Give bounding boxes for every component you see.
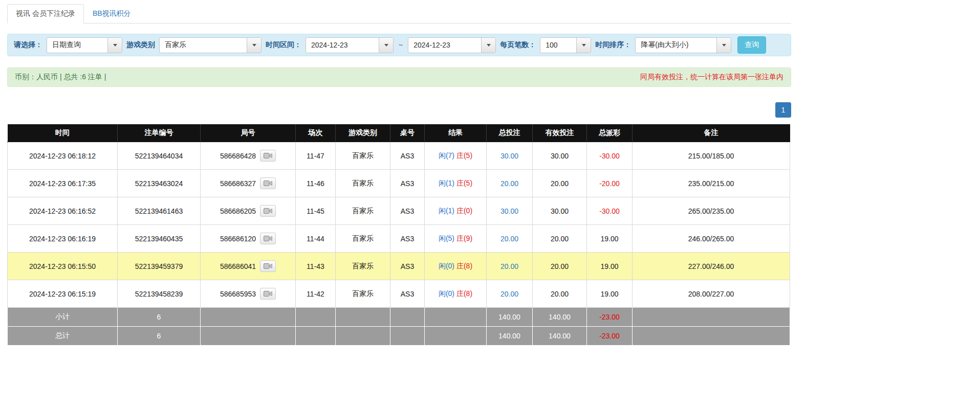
summary-cell: [633, 327, 790, 346]
round-video-button[interactable]: [260, 150, 276, 162]
page-size-value: 100: [540, 38, 576, 53]
result-banker: 庄(5): [456, 151, 472, 160]
subtotal-row: 小计6140.00140.00-23.00: [8, 308, 790, 327]
cell-time: 2024-12-23 06:18:12: [8, 142, 118, 170]
cell-remark: 265.00/235.00: [633, 197, 790, 225]
summary-cell: [201, 308, 296, 327]
chevron-down-icon[interactable]: [481, 38, 495, 53]
cell-valid-bet: 20.00: [533, 170, 587, 197]
summary-cell: 6: [118, 308, 201, 327]
cell-table-no: AS3: [390, 197, 425, 225]
round-video-button[interactable]: [260, 260, 276, 272]
cell-total-bet: 20.00: [487, 280, 533, 308]
round-id: 586686041: [220, 262, 256, 270]
cell-table-no: AS3: [390, 280, 425, 308]
table-row: 2024-12-23 06:16:52522139461463586686205…: [8, 197, 790, 225]
video-icon: [264, 235, 272, 242]
cell-bet-id: 522139463024: [118, 170, 201, 197]
chevron-down-icon[interactable]: [716, 38, 731, 53]
date-range-separator: ~: [398, 41, 404, 49]
cell-payout: -20.00: [587, 170, 633, 197]
total-bet-link[interactable]: 20.00: [500, 290, 518, 298]
round-video-button[interactable]: [260, 205, 276, 217]
round-video-button[interactable]: [260, 233, 276, 244]
summary-cell: [390, 308, 425, 327]
video-icon: [264, 152, 272, 159]
total-bet-link[interactable]: 30.00: [500, 152, 518, 160]
payout-value: -30.00: [599, 207, 620, 215]
cell-remark: 215.00/185.00: [633, 142, 790, 170]
valid-bet-notice: 同局有效投注，统一计算在该局第一张注单内: [640, 73, 783, 82]
payout-value: 19.00: [600, 235, 618, 243]
total-bet-link[interactable]: 20.00: [500, 262, 518, 270]
cell-remark: 246.00/265.00: [633, 225, 790, 253]
table-row: 2024-12-23 06:16:19522139460435586686120…: [8, 225, 790, 253]
query-type-select[interactable]: 日期查询: [47, 37, 122, 53]
summary-cell: -23.00: [587, 327, 633, 346]
cell-payout: -30.00: [587, 142, 633, 170]
game-type-select[interactable]: 百家乐: [159, 37, 262, 53]
summary-cell: 140.00: [533, 327, 587, 346]
date-from-select[interactable]: 2024-12-23: [306, 37, 394, 53]
page-1-button[interactable]: 1: [775, 102, 791, 118]
page-size-select[interactable]: 100: [540, 37, 591, 53]
cell-session: 11-44: [296, 225, 336, 253]
cell-game-type: 百家乐: [336, 280, 390, 308]
cell-table-no: AS3: [390, 225, 425, 253]
cell-game-type: 百家乐: [336, 225, 390, 253]
total-bet-link[interactable]: 30.00: [500, 207, 518, 215]
cell-total-bet: 30.00: [487, 197, 533, 225]
date-range-label: 时间区间：: [266, 40, 301, 50]
cell-remark: 235.00/215.00: [633, 170, 790, 197]
summary-cell: [633, 308, 790, 327]
cell-time: 2024-12-23 06:17:35: [8, 170, 118, 197]
cell-session: 11-46: [296, 170, 336, 197]
cell-bet-id: 522139460435: [118, 225, 201, 253]
caret-icon: [722, 44, 726, 47]
cell-result: 闲(0) 庄(8): [425, 253, 487, 280]
summary-label: 小计: [8, 308, 118, 327]
video-icon: [264, 263, 272, 269]
summary-cell: [336, 327, 390, 346]
date-to-select[interactable]: 2024-12-23: [408, 37, 496, 53]
chevron-down-icon[interactable]: [107, 38, 122, 53]
caret-icon: [582, 44, 586, 47]
total-bet-link[interactable]: 20.00: [500, 179, 518, 188]
column-header: 游戏类别: [336, 124, 390, 142]
search-button[interactable]: 查询: [737, 36, 766, 54]
tab-betting-records[interactable]: 视讯 会员下注纪录: [7, 4, 84, 24]
summary-cell: [296, 308, 336, 327]
cell-bet-id: 522139459379: [118, 253, 201, 280]
cell-game-type: 百家乐: [336, 253, 390, 280]
chevron-down-icon[interactable]: [247, 38, 261, 53]
cell-payout: 19.00: [587, 280, 633, 308]
summary-cell: -23.00: [587, 308, 633, 327]
summary-cell: [390, 327, 425, 346]
cell-round: 586686205: [201, 197, 296, 225]
currency-total-text: 币别：人民币 | 总共 :6 注单 |: [15, 73, 106, 82]
cell-time: 2024-12-23 06:15:50: [8, 253, 118, 280]
table-body: 2024-12-23 06:18:12522139464034586686428…: [8, 142, 790, 346]
chevron-down-icon[interactable]: [379, 38, 393, 53]
sort-order-label: 时间排序：: [595, 40, 631, 50]
cell-result: 闲(7) 庄(5): [425, 142, 487, 170]
round-video-button[interactable]: [260, 288, 276, 300]
betting-records-page: 视讯 会员下注纪录 BB视讯积分 请选择： 日期查询 游戏类别 百家乐 时间区间…: [7, 4, 791, 346]
cell-session: 11-45: [296, 197, 336, 225]
cell-total-bet: 30.00: [487, 142, 533, 170]
tab-bb-points[interactable]: BB视讯积分: [84, 4, 140, 24]
sort-order-select[interactable]: 降幂(由大到小): [635, 37, 731, 53]
cell-round: 586685953: [201, 280, 296, 308]
total-bet-link[interactable]: 20.00: [500, 235, 518, 243]
table-row: 2024-12-23 06:15:50522139459379586686041…: [8, 253, 790, 280]
chevron-down-icon[interactable]: [576, 38, 591, 53]
cell-valid-bet: 30.00: [533, 142, 587, 170]
caret-icon: [487, 44, 491, 47]
column-header: 注单编号: [118, 124, 201, 142]
cell-session: 11-42: [296, 280, 336, 308]
sort-order-value: 降幂(由大到小): [636, 38, 716, 53]
round-video-button[interactable]: [260, 177, 276, 189]
cell-valid-bet: 20.00: [533, 225, 587, 253]
cell-bet-id: 522139464034: [118, 142, 201, 170]
round-id: 586685953: [220, 290, 256, 298]
